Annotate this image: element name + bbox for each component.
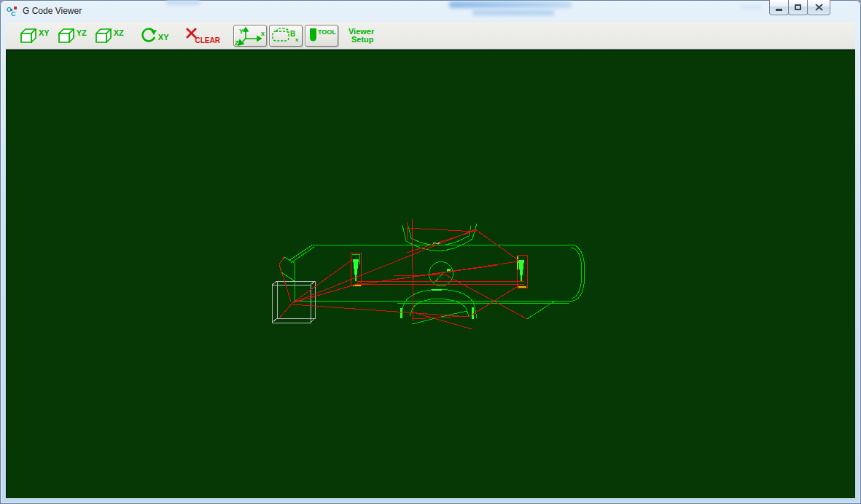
minimize-icon [776,9,782,11]
axes-z-label: Z [235,39,239,46]
tool-display-button[interactable]: TOOL [305,25,338,47]
box-x-label: x [295,36,299,43]
window-title: G Code Viewer [23,6,82,16]
close-icon [815,4,823,11]
maximize-button[interactable] [788,0,808,15]
bounding-box-button[interactable]: B x [269,25,303,47]
title-bar[interactable]: C C G Code Viewer [0,0,861,22]
window-controls [770,0,830,15]
view-xy-button[interactable]: XY [19,27,50,44]
toolbar: XY YZ [6,22,855,50]
viewer-setup-line1: Viewer [348,28,374,36]
axes-icon: Y x Z [235,25,265,46]
app-icon: C C [7,5,18,17]
view-xz-label: XZ [114,29,124,37]
axes-x-label: x [261,30,265,37]
toolpath-drawing [6,50,855,498]
tool-label: TOOL [318,28,336,36]
clear-label: CLEAR [195,36,220,44]
app-window: C C G Code Viewer [0,0,861,504]
minimize-button[interactable] [769,0,789,15]
background-window-artifact [449,1,572,8]
view-yz-button[interactable]: YZ [57,27,87,44]
viewer-setup-line2: Setup [348,36,374,44]
axes-view-button[interactable]: Y x Z [233,25,267,47]
view-yz-label: YZ [77,29,87,37]
background-window-artifact [166,0,200,5]
axes-y-label: Y [239,28,244,35]
close-button[interactable] [807,0,830,15]
view-xy-label: XY [39,29,50,37]
gcode-canvas[interactable] [6,50,855,498]
view-xz-button[interactable]: XZ [94,27,124,44]
viewer-setup-button[interactable]: Viewer Setup [348,28,374,44]
rotate-icon [140,27,157,44]
clear-button[interactable]: CLEAR [185,26,220,45]
tool-bit-icon: TOOL [306,25,337,46]
svg-text:C: C [11,10,16,17]
cube-xz-icon [94,27,113,44]
maximize-icon [795,4,801,10]
cube-yz-icon [57,27,76,44]
background-window-artifact [741,5,761,9]
client-area: XY YZ [6,22,855,498]
rotate-xy-button[interactable]: XY [140,27,169,44]
rotate-label: XY [158,34,169,42]
background-window-artifact [472,10,554,15]
cube-xy-icon [19,27,38,44]
box-icon: B x [270,25,301,46]
